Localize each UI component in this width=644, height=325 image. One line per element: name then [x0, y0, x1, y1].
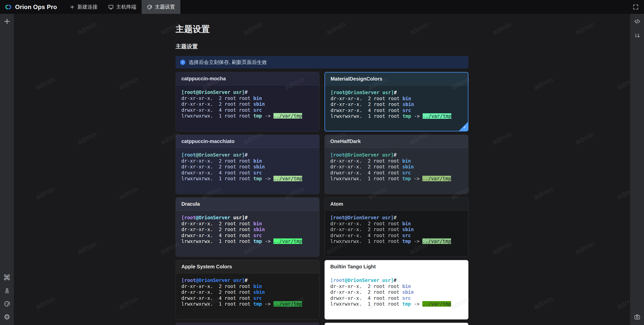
terminal-preview: [root@OrionServer usr]# dr-xr-xr-x. 2 ro…	[325, 273, 468, 311]
watermark-text: admin	[574, 20, 596, 37]
theme-name: OneHalfDark	[330, 138, 361, 144]
terminal-preview: [root@OrionServer usr]# dr-xr-xr-x. 2 ro…	[176, 211, 319, 248]
watermark-text: admin	[533, 295, 554, 311]
tab-label: 主机终端	[116, 4, 136, 10]
watermark-text: admin	[76, 130, 98, 146]
theme-name: Atom	[330, 201, 343, 207]
watermark-text: admin	[616, 185, 630, 201]
plus-icon	[69, 4, 75, 10]
info-banner: i 选择后会立刻保存, 刷新页面后生效	[176, 56, 468, 68]
watermark-text: admin	[574, 130, 596, 146]
info-banner-text: 选择后会立刻保存, 刷新页面后生效	[189, 59, 267, 66]
theme-card-header: Duotone Dark	[176, 323, 319, 325]
theme-name: Dracula	[181, 201, 200, 207]
code-icon[interactable]	[633, 17, 641, 25]
terminal-preview: [root@OrionServer usr]# dr-xr-xr-x. 2 ro…	[176, 273, 319, 311]
tab-bar: 新建连接主机终端主题设置	[64, 0, 180, 14]
theme-card[interactable]: catppuccin-mocha [root@OrionServer usr]#…	[176, 72, 319, 131]
user-stamp-icon[interactable]	[3, 287, 11, 295]
theme-card-header: Atom	[325, 198, 468, 211]
svg-text:1: 1	[634, 33, 637, 38]
top-header: Orion Ops Pro 新建连接主机终端主题设置	[0, 0, 644, 14]
theme-card[interactable]: Atom [root@OrionServer usr]# dr-xr-xr-x.…	[325, 197, 468, 257]
theme-card-header: Dracula	[176, 198, 319, 211]
theme-card-header: catppuccin-mocha	[176, 72, 319, 85]
theme-card-header: MaterialDesignColors	[325, 73, 468, 86]
theme-card[interactable]: Builtin Tango Light [root@OrionServer us…	[325, 260, 468, 319]
theme-card[interactable]: BlulocoLight [root@OrionServer usr]# dr-…	[325, 323, 468, 325]
watermark-text: admin	[14, 240, 15, 256]
tab-label: 新建连接	[77, 4, 98, 10]
theme-name: catppuccin-macchiato	[181, 138, 234, 144]
terminal-preview: [root@OrionServer usr]# dr-xr-xr-x. 2 ro…	[176, 148, 319, 186]
section-title: 主题设置	[176, 43, 468, 50]
palette-icon[interactable]	[3, 300, 11, 308]
theme-card[interactable]: MaterialDesignColors [root@OrionServer u…	[325, 72, 468, 131]
watermark-text: admin	[491, 130, 513, 146]
watermark-text: admin	[117, 185, 139, 201]
command-icon[interactable]: ⌘	[3, 274, 11, 282]
camera-icon[interactable]	[633, 313, 641, 321]
theme-card[interactable]: Duotone Dark [root@OrionServer usr]# dr-…	[176, 323, 319, 325]
terminal-preview: [root@OrionServer usr]# dr-xr-xr-x. 2 ro…	[325, 148, 468, 186]
palette-icon	[147, 4, 152, 10]
terminal-preview: [root@OrionServer usr]# dr-xr-xr-x. 2 ro…	[325, 86, 468, 123]
theme-card-header: OneHalfDark	[325, 135, 468, 148]
terminal-preview: [root@OrionServer usr]# dr-xr-xr-x. 2 ro…	[176, 85, 319, 123]
app-title: Orion Ops Pro	[15, 4, 57, 11]
watermark-text: admin	[533, 185, 554, 201]
check-icon: ✓	[463, 125, 467, 130]
watermark-text: admin	[76, 240, 98, 256]
sort-icon[interactable]: 1	[633, 31, 641, 40]
watermark-text: admin	[491, 240, 513, 256]
theme-grid: catppuccin-mocha [root@OrionServer usr]#…	[176, 72, 468, 325]
watermark-text: admin	[34, 75, 56, 91]
tab-2[interactable]: 主机终端	[103, 0, 142, 14]
watermark-text: admin	[117, 75, 139, 91]
app-brand: Orion Ops Pro	[0, 4, 61, 11]
gear-icon[interactable]: ⚙	[3, 313, 11, 321]
theme-card[interactable]: catppuccin-macchiato [root@OrionServer u…	[176, 135, 319, 194]
watermark-text: admin	[117, 295, 139, 311]
theme-name: Apple System Colors	[181, 264, 232, 270]
theme-card-header: Builtin Tango Light	[325, 260, 468, 273]
watermark-text: admin	[491, 20, 513, 37]
terminal-preview: [root@OrionServer usr]# dr-xr-xr-x. 2 ro…	[325, 211, 468, 248]
app-logo-icon	[4, 4, 13, 10]
watermark-text: admin	[76, 20, 98, 37]
page-title: 主题设置	[176, 23, 468, 35]
plus-icon[interactable]	[3, 17, 11, 25]
theme-name: catppuccin-mocha	[181, 76, 226, 82]
theme-card-header: BlulocoLight	[325, 323, 468, 325]
theme-name: Builtin Tango Light	[330, 264, 376, 270]
watermark-text: admin	[616, 75, 630, 91]
tab-label: 主题设置	[155, 4, 175, 10]
theme-name: MaterialDesignColors	[331, 76, 382, 82]
left-rail: ⌘⚙	[0, 14, 14, 325]
watermark-text: admin	[574, 240, 596, 256]
watermark-text: admin	[533, 75, 554, 91]
theme-card[interactable]: OneHalfDark [root@OrionServer usr]# dr-x…	[325, 135, 468, 194]
info-icon: i	[180, 60, 185, 65]
theme-card[interactable]: Dracula [root@OrionServer usr]# dr-xr-xr…	[176, 197, 319, 257]
watermark-text: admin	[34, 295, 56, 311]
tab-1[interactable]: 新建连接	[64, 0, 103, 14]
theme-card-header: catppuccin-macchiato	[176, 135, 319, 148]
theme-card-header: Apple System Colors	[176, 260, 319, 273]
watermark-text: admin	[14, 130, 15, 146]
right-rail: 1	[630, 14, 644, 325]
main-area: adminadminadminadminadminadminadminadmin…	[14, 14, 630, 325]
fullscreen-icon[interactable]	[632, 3, 640, 11]
theme-card[interactable]: Apple System Colors [root@OrionServer us…	[176, 260, 319, 319]
watermark-text: admin	[34, 185, 56, 201]
watermark-text: admin	[14, 20, 15, 37]
watermark-text: admin	[616, 295, 630, 311]
monitor-icon	[108, 4, 114, 10]
tab-3[interactable]: 主题设置	[142, 0, 180, 14]
